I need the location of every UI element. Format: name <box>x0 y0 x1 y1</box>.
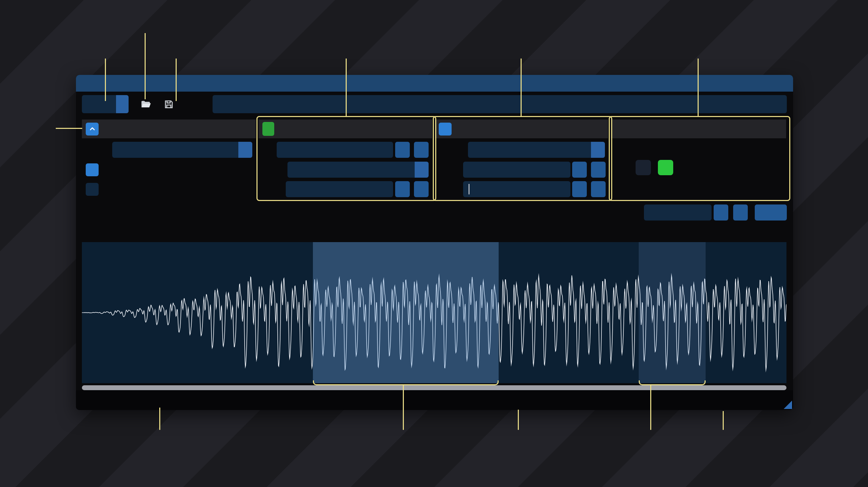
type-select[interactable] <box>112 142 252 158</box>
annotation-selection-line <box>403 385 404 430</box>
note-select[interactable] <box>287 162 429 178</box>
chevron-up-icon <box>88 125 97 133</box>
annotation-loop-bottom-line <box>650 385 651 430</box>
annotation-chips-line <box>698 59 699 117</box>
info-collapse-button[interactable] <box>86 123 99 136</box>
fine-increase-button[interactable] <box>414 181 429 197</box>
chip-column-2-label <box>658 140 673 156</box>
loop-end-increase-button[interactable] <box>591 181 606 197</box>
loop-start-increase-button[interactable] <box>591 162 606 178</box>
floppy-save-icon <box>163 99 174 110</box>
annotation-loop-top-line <box>521 59 522 117</box>
annotation-cursor-position-line <box>518 410 519 430</box>
hz-increase-button[interactable] <box>414 142 429 158</box>
loop-region[interactable] <box>639 242 706 383</box>
sample-editor-window <box>76 75 793 410</box>
loop-mode-select[interactable] <box>468 142 605 158</box>
zoom-reset-button[interactable] <box>755 204 787 221</box>
no-brr-filters-checkbox[interactable] <box>86 183 99 196</box>
waveform-view[interactable] <box>82 242 786 383</box>
horizontal-scrollbar[interactable] <box>82 385 786 390</box>
fine-decrease-button[interactable] <box>395 181 410 197</box>
info-panel <box>82 118 256 197</box>
fine-input[interactable] <box>286 181 393 197</box>
sample-toolbar <box>76 203 793 221</box>
titlebar[interactable] <box>76 75 793 92</box>
loop-start-decrease-button[interactable] <box>572 162 587 178</box>
chevron-down-icon <box>591 142 605 158</box>
folder-open-icon <box>140 99 151 110</box>
zoom-decrease-button[interactable] <box>714 204 728 221</box>
hz-decrease-button[interactable] <box>395 142 410 158</box>
open-button[interactable] <box>137 95 154 113</box>
loop-enable-checkbox[interactable] <box>439 123 452 136</box>
rate-panel <box>259 118 432 197</box>
loop-end-decrease-button[interactable] <box>572 181 587 197</box>
page-background <box>0 0 868 487</box>
loop-panel <box>435 118 608 197</box>
hz-input[interactable] <box>277 142 393 158</box>
zoom-increase-button[interactable] <box>733 204 748 221</box>
annotation-selection-info-line <box>159 408 160 430</box>
annotation-rate-line <box>346 59 347 117</box>
chip-a2-checkbox[interactable] <box>658 160 673 175</box>
loop-start-input[interactable] <box>463 162 570 178</box>
zoom-input[interactable] <box>644 204 712 221</box>
selection-bracket <box>313 380 499 385</box>
chip-column-1-label <box>636 140 651 156</box>
annotation-collapse-bar-line <box>56 128 82 129</box>
chevron-down-icon <box>415 162 429 178</box>
chevron-down-icon <box>116 95 129 113</box>
text-cursor <box>469 184 469 194</box>
chips-panel <box>611 118 786 197</box>
resize-grip[interactable] <box>784 401 792 409</box>
selection-region[interactable] <box>313 242 499 383</box>
annotation-sample-line <box>105 59 106 101</box>
status-bar <box>76 390 793 410</box>
name-input[interactable] <box>213 95 787 113</box>
rate-button[interactable] <box>262 122 274 136</box>
brr-emphasis-checkbox[interactable] <box>86 163 99 176</box>
chevron-down-icon <box>238 142 252 158</box>
save-button[interactable] <box>160 95 177 113</box>
chip-a1-checkbox[interactable] <box>636 160 651 175</box>
annotation-save-line <box>176 59 177 101</box>
loop-end-input[interactable] <box>463 181 570 197</box>
annotation-total-size-line <box>723 411 724 430</box>
annotation-open-line <box>145 33 146 99</box>
loop-bracket <box>639 380 706 385</box>
timeline-ruler[interactable] <box>76 223 793 241</box>
